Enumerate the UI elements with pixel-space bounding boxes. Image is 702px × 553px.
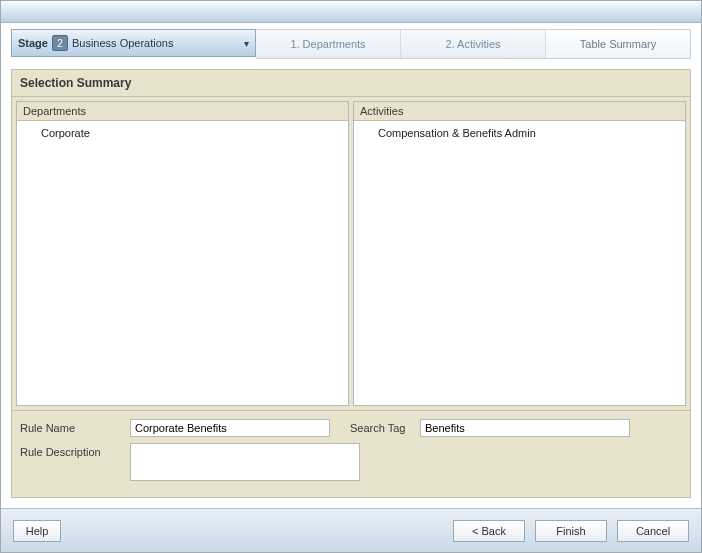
rule-name-label: Rule Name [20,419,130,434]
back-button[interactable]: < Back [453,520,525,542]
form-row-rule-name: Rule Name Search Tag [20,419,682,437]
breadcrumb-table-summary[interactable]: Table Summary [546,30,690,58]
list-item[interactable]: Compensation & Benefits Admin [354,125,685,141]
rule-description-label: Rule Description [20,443,130,458]
activities-column: Activities Compensation & Benefits Admin [353,101,686,406]
chevron-down-icon: ▾ [244,38,249,49]
list-item[interactable]: Corporate [17,125,348,141]
departments-column: Departments Corporate [16,101,349,406]
stage-number-badge: 2 [52,35,68,51]
finish-button[interactable]: Finish [535,520,607,542]
departments-list: Corporate [17,121,348,405]
form-area: Rule Name Search Tag Rule Description [12,410,690,497]
rule-description-input[interactable] [130,443,360,481]
departments-header: Departments [17,102,348,121]
titlebar [1,1,701,23]
search-tag-input[interactable] [420,419,630,437]
columns: Departments Corporate Activities Compens… [12,97,690,410]
section-title: Selection Summary [12,70,690,97]
breadcrumb-activities[interactable]: 2. Activities [401,30,546,58]
breadcrumb-bar: 1. Departments 2. Activities Table Summa… [256,29,691,59]
cancel-button[interactable]: Cancel [617,520,689,542]
form-row-rule-desc: Rule Description [20,443,682,481]
dialog-window: Stage 2 Business Operations ▾ 1. Departm… [0,0,702,553]
help-button[interactable]: Help [13,520,61,542]
activities-header: Activities [354,102,685,121]
footer: Help < Back Finish Cancel [1,508,701,552]
breadcrumb-departments[interactable]: 1. Departments [256,30,401,58]
stage-label: Stage [18,37,48,49]
stage-dropdown[interactable]: Stage 2 Business Operations ▾ [11,29,256,57]
main-panel: Selection Summary Departments Corporate … [11,69,691,498]
rule-name-input[interactable] [130,419,330,437]
stage-row: Stage 2 Business Operations ▾ 1. Departm… [11,29,691,59]
search-tag-label: Search Tag [330,419,420,434]
activities-list: Compensation & Benefits Admin [354,121,685,405]
stage-text: Business Operations [72,37,174,49]
